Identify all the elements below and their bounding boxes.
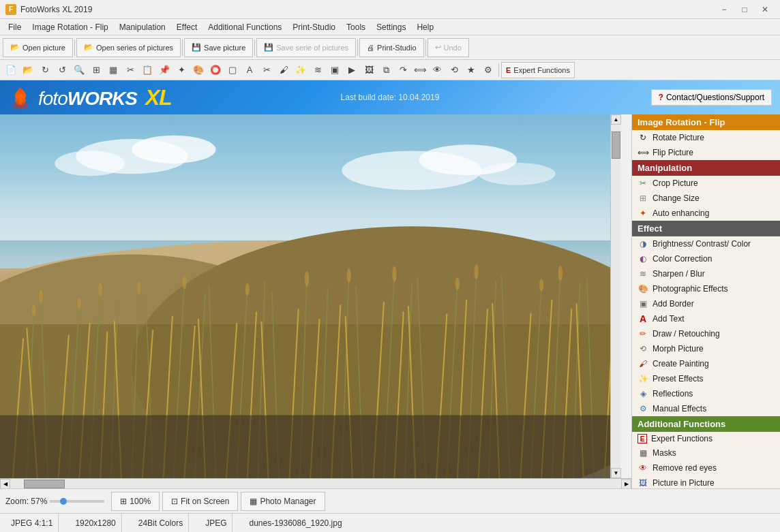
svg-point-85 xyxy=(558,266,562,281)
pip-icon: 🖼 xyxy=(638,478,648,488)
icon-color-picker[interactable]: 🎨 xyxy=(190,62,207,78)
panel-item-sharpen-blur[interactable]: ≋ Sharpen / Blur xyxy=(632,266,780,281)
print-studio-button[interactable]: 🖨 Print-Studio xyxy=(359,38,423,57)
section-header-manipulation[interactable]: Manipulation xyxy=(632,160,780,176)
menu-print-studio[interactable]: Print-Studio xyxy=(287,21,341,33)
icon-new[interactable]: 📄 xyxy=(3,62,19,78)
icon-open[interactable]: 📂 xyxy=(20,62,36,78)
section-header-effect[interactable]: Effect xyxy=(632,221,780,236)
horizontal-scrollbar[interactable]: ◀ ▶ xyxy=(0,478,631,488)
icon-lasso[interactable]: ⭕ xyxy=(207,62,224,78)
icon-effects[interactable]: ✨ xyxy=(292,62,309,78)
panel-item-flip-picture[interactable]: ⟺ Flip Picture xyxy=(632,145,780,160)
panel-item-crop-picture[interactable]: ✂ Crop Picture xyxy=(632,176,780,191)
menu-file[interactable]: File xyxy=(3,21,27,33)
expert-functions-toolbar-button[interactable]: E Expert Functions xyxy=(501,62,575,78)
undo-button[interactable]: ↩ Undo xyxy=(427,38,469,57)
scroll-left-arrow[interactable]: ◀ xyxy=(0,479,10,489)
panel-item-rotate-picture[interactable]: ↻ Rotate Picture xyxy=(632,130,780,145)
icon-rotate90[interactable]: ↷ xyxy=(395,62,411,78)
icon-morph[interactable]: ⟲ xyxy=(446,62,462,78)
panel-item-create-painting[interactable]: 🖌 Create Painting xyxy=(632,356,780,371)
minimize-button[interactable]: − xyxy=(715,3,734,16)
icon-red-eye[interactable]: 👁 xyxy=(429,62,445,78)
icon-zoom-fit[interactable]: 🔍 xyxy=(71,62,87,78)
panel-item-reflections[interactable]: ◈ Reflections xyxy=(632,386,780,401)
panel-item-expert-functions[interactable]: E Expert Functions xyxy=(632,432,780,445)
preset-icon: ✨ xyxy=(638,373,648,384)
svg-point-79 xyxy=(305,271,309,287)
menu-settings[interactable]: Settings xyxy=(371,21,411,33)
open-picture-button[interactable]: 📂 Open picture xyxy=(3,38,73,57)
panel-item-masks[interactable]: ▦ Masks xyxy=(632,445,780,460)
close-button[interactable]: ✕ xyxy=(755,3,775,16)
panel-item-auto-enhancing[interactable]: ✦ Auto enhancing xyxy=(632,206,780,221)
scroll-down-arrow[interactable]: ▼ xyxy=(611,468,621,478)
save-picture-button[interactable]: 💾 Save picture xyxy=(184,38,253,57)
icon-wave[interactable]: ≋ xyxy=(310,62,326,78)
scroll-right-arrow[interactable]: ▶ xyxy=(621,479,631,489)
icon-refresh-cw[interactable]: ↻ xyxy=(37,62,53,78)
zoom-100-button[interactable]: ⊞ 100% xyxy=(111,492,160,511)
fit-on-screen-button[interactable]: ⊡ Fit on Screen xyxy=(162,492,238,511)
panel-item-manual-effects[interactable]: ⚙ Manual Effects xyxy=(632,401,780,416)
icon-batch[interactable]: ⚙ xyxy=(480,62,496,78)
status-type: JPEG xyxy=(200,514,232,532)
svg-point-78 xyxy=(245,283,250,295)
panel-item-preset-effects[interactable]: ✨ Preset Effects xyxy=(632,371,780,386)
photo-manager-button[interactable]: ▦ Photo Manager xyxy=(241,492,325,511)
icon-borders[interactable]: ▣ xyxy=(327,62,343,78)
menu-additional[interactable]: Additional Functions xyxy=(202,21,287,33)
panel-item-draw-retouching[interactable]: ✏ Draw / Retouching xyxy=(632,326,780,341)
panel-item-color-correction[interactable]: ◐ Color Correction xyxy=(632,251,780,266)
icon-wand[interactable]: ✦ xyxy=(173,62,190,78)
brand-logo: fotoWORKS XL xyxy=(8,85,172,110)
icon-clone[interactable]: ⧉ xyxy=(378,62,394,78)
icon-refresh-ccw[interactable]: ↺ xyxy=(54,62,70,78)
menu-manipulation[interactable]: Manipulation xyxy=(114,21,171,33)
brand-bar: fotoWORKS XL Last build date: 10.04.2019… xyxy=(0,80,780,114)
section-header-image-rotation[interactable]: Image Rotation - Flip xyxy=(632,114,780,130)
section-header-additional[interactable]: Additional Functions xyxy=(632,416,780,432)
menu-effect[interactable]: Effect xyxy=(171,21,202,33)
icon-copy[interactable]: 📋 xyxy=(139,62,155,78)
icon-star[interactable]: ★ xyxy=(463,62,479,78)
zoom-label: Zoom: 57% xyxy=(5,497,47,506)
panel-item-photographic-effects[interactable]: 🎨 Photographic Effects xyxy=(632,281,780,296)
zoom-thumb[interactable] xyxy=(60,498,67,505)
menu-tools[interactable]: Tools xyxy=(341,21,371,33)
icon-layers[interactable]: ▦ xyxy=(105,62,121,78)
zoom-slider[interactable] xyxy=(50,500,104,503)
icon-paste[interactable]: 📌 xyxy=(156,62,172,78)
open-series-button[interactable]: 📂 Open series of pictures xyxy=(76,38,181,57)
vertical-scrollbar[interactable]: ▲ ▼ xyxy=(610,114,620,478)
panel-item-picture-in-picture[interactable]: 🖼 Picture in Picture xyxy=(632,475,780,488)
save-serie-button[interactable]: 💾 Save serie of pictures xyxy=(256,38,356,57)
panel-item-add-text[interactable]: A Add Text xyxy=(632,311,780,326)
scroll-up-arrow[interactable]: ▲ xyxy=(611,114,621,125)
dunes-image xyxy=(0,114,610,478)
icon-rect-select[interactable]: ▢ xyxy=(224,62,241,78)
icon-gallery[interactable]: 🖼 xyxy=(361,62,377,78)
scroll-track-horizontal[interactable] xyxy=(10,480,621,488)
icon-slide[interactable]: ▶ xyxy=(344,62,360,78)
icon-scissors[interactable]: ✂ xyxy=(258,62,275,78)
icon-brush[interactable]: 🖌 xyxy=(275,62,292,78)
icon-text[interactable]: A xyxy=(241,62,258,78)
icon-grid[interactable]: ⊞ xyxy=(88,62,104,78)
svg-point-72 xyxy=(31,304,35,315)
scroll-thumb-horizontal[interactable] xyxy=(24,480,65,488)
support-button[interactable]: ? Contact/Questions/Support xyxy=(651,89,772,106)
panel-item-add-border[interactable]: ▣ Add Border xyxy=(632,296,780,311)
icon-flip-h[interactable]: ⟺ xyxy=(412,62,428,78)
menu-help[interactable]: Help xyxy=(411,21,439,33)
menu-image-rotation[interactable]: Image Rotation - Flip xyxy=(27,21,113,33)
panel-item-morph-picture[interactable]: ⟲ Morph Picture xyxy=(632,341,780,356)
panel-item-brightness[interactable]: ◑ Brightness/ Contrast/ Color xyxy=(632,236,780,251)
toolbar-sep-1 xyxy=(74,40,75,56)
icon-cut[interactable]: ✂ xyxy=(122,62,138,78)
panel-item-change-size[interactable]: ⊞ Change Size xyxy=(632,191,780,206)
panel-item-remove-red-eyes[interactable]: 👁 Remove red eyes xyxy=(632,460,780,475)
maximize-button[interactable]: □ xyxy=(735,3,754,16)
scroll-thumb-vertical[interactable] xyxy=(612,131,620,159)
